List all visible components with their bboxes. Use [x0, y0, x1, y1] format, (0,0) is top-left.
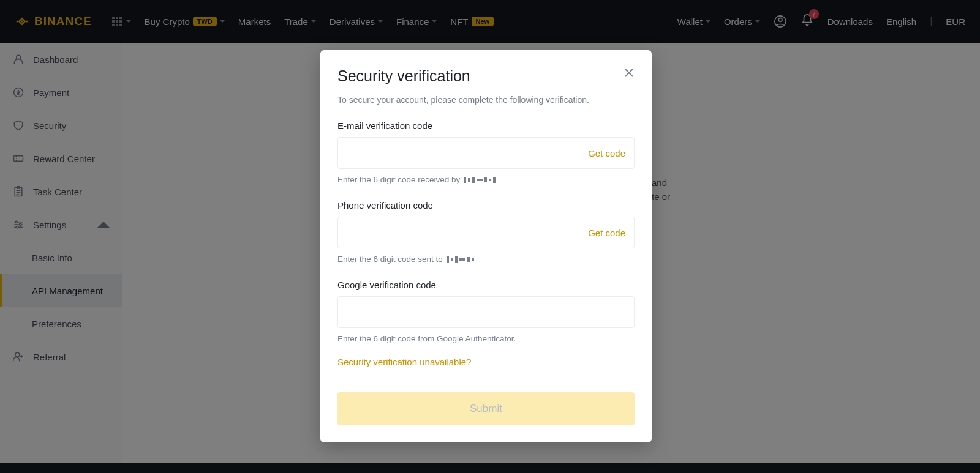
verification-unavailable-link[interactable]: Security verification unavailable?	[337, 357, 471, 367]
email-code-label: E-mail verification code	[337, 121, 635, 131]
email-get-code-button[interactable]: Get code	[588, 148, 625, 158]
email-code-hint: Enter the 6 digit code received by	[337, 175, 635, 184]
phone-code-label: Phone verification code	[337, 200, 635, 210]
phone-get-code-button[interactable]: Get code	[588, 228, 625, 238]
google-code-label: Google verification code	[337, 280, 635, 290]
masked-email	[464, 177, 496, 183]
google-code-input-wrap	[337, 296, 635, 328]
phone-code-input-wrap: Get code	[337, 217, 635, 248]
google-code-field: Google verification code Enter the 6 dig…	[337, 280, 635, 343]
security-verification-modal: Security verification To secure your acc…	[320, 50, 652, 442]
email-code-input-wrap: Get code	[337, 137, 635, 169]
google-code-input[interactable]	[347, 297, 625, 327]
footer	[0, 463, 980, 473]
modal-title: Security verification	[337, 67, 470, 85]
phone-hint-text: Enter the 6 digit code sent to	[337, 255, 443, 264]
phone-code-hint: Enter the 6 digit code sent to	[337, 255, 635, 264]
email-code-input[interactable]	[347, 138, 588, 168]
email-hint-text: Enter the 6 digit code received by	[337, 175, 460, 184]
phone-code-input[interactable]	[347, 217, 588, 248]
phone-code-field: Phone verification code Get code Enter t…	[337, 200, 635, 264]
modal-description: To secure your account, please complete …	[337, 95, 635, 105]
google-code-hint: Enter the 6 digit code from Google Authe…	[337, 334, 635, 343]
masked-phone	[447, 256, 474, 263]
email-code-field: E-mail verification code Get code Enter …	[337, 121, 635, 184]
submit-button[interactable]: Submit	[337, 392, 635, 425]
close-icon[interactable]	[624, 67, 635, 78]
